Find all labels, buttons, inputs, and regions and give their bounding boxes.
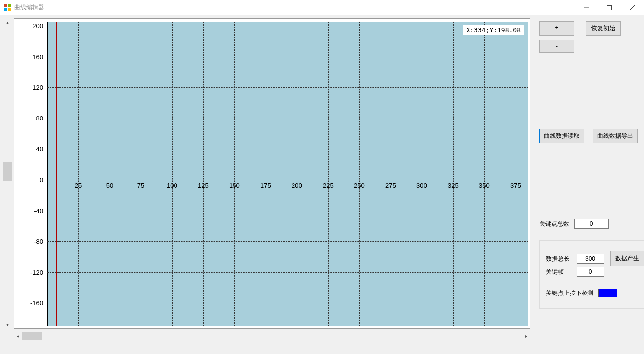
x-tick-label: 75	[137, 182, 144, 189]
hscroll-track[interactable]	[22, 332, 522, 340]
svg-rect-4	[607, 5, 612, 10]
y-tick-label: 200	[32, 22, 43, 29]
detect-color-swatch[interactable]	[598, 289, 617, 297]
y-tick-label: 120	[32, 84, 43, 91]
x-tick-label: 300	[416, 182, 427, 189]
app-icon	[3, 4, 11, 12]
cursor-line[interactable]	[56, 22, 57, 326]
y-tick-label: -80	[34, 238, 43, 245]
titlebar: 曲线编辑器	[0, 0, 644, 15]
x-tick-label: 275	[385, 182, 396, 189]
chart-canvas[interactable]: 2550751001251501752002252502753003253503…	[14, 18, 530, 329]
generate-button[interactable]: 数据产生	[610, 251, 644, 266]
reset-button[interactable]: 恢复初始	[586, 21, 621, 36]
right-panel: + 恢复初始 - 曲线数据读取 曲线数据导出 关键点总数 0	[530, 18, 644, 350]
x-tick-label: 225	[323, 182, 334, 189]
x-tick-label: 375	[510, 182, 521, 189]
x-tick-label: 350	[479, 182, 490, 189]
y-tick-label: 160	[32, 53, 43, 60]
y-tick-label: 0	[40, 176, 43, 183]
x-tick-label: 150	[229, 182, 240, 189]
window-buttons	[575, 0, 644, 15]
svg-rect-3	[8, 8, 11, 11]
x-tick-label: 125	[198, 182, 209, 189]
y-tick-label: -120	[30, 269, 43, 276]
scroll-left-icon[interactable]: ◂	[14, 332, 22, 340]
plot-area[interactable]: 2550751001251501752002252502753003253503…	[47, 22, 528, 326]
key-count-label: 关键点总数	[539, 220, 569, 228]
y-tick-label: 40	[36, 145, 43, 153]
y-tick-label: 80	[36, 115, 43, 122]
generate-group: 数据总长 关键帧 数据产生 关键点上按下检测	[539, 240, 644, 309]
vscroll-thumb[interactable]	[3, 162, 12, 181]
app-window: 曲线编辑器 ▴ ▾ 2550751001	[0, 0, 644, 354]
svg-rect-2	[4, 8, 7, 11]
scroll-right-icon[interactable]: ▸	[522, 332, 530, 340]
svg-rect-1	[8, 4, 11, 7]
minimize-button[interactable]	[575, 0, 598, 15]
key-press-detect-label: 关键点上按下检测	[546, 289, 593, 297]
y-tick-label: -160	[30, 299, 43, 307]
maximize-button[interactable]	[598, 0, 621, 15]
close-button[interactable]	[621, 0, 644, 15]
left-column: ▴ ▾ 255075100125150175200225250275300325…	[3, 18, 530, 350]
coord-readout: X:334;Y:198.08	[463, 25, 524, 35]
hscroll-thumb[interactable]	[22, 332, 42, 340]
y-tick-label: -40	[34, 207, 43, 214]
x-tick-label: 25	[75, 182, 82, 189]
zoom-in-button[interactable]: +	[539, 21, 574, 36]
data-length-label: 数据总长	[546, 255, 572, 263]
x-tick-label: 250	[354, 182, 365, 189]
scroll-down-icon[interactable]: ▾	[3, 320, 12, 329]
scroll-up-icon[interactable]: ▴	[3, 18, 12, 27]
window-title: 曲线编辑器	[14, 3, 575, 12]
key-frame-input[interactable]	[577, 267, 604, 277]
x-tick-label: 175	[260, 182, 271, 189]
key-frame-label: 关键帧	[546, 268, 572, 276]
load-curve-button[interactable]: 曲线数据读取	[539, 129, 584, 143]
zoom-out-button[interactable]: -	[539, 40, 574, 53]
key-count-value: 0	[574, 219, 609, 229]
export-curve-button[interactable]: 曲线数据导出	[593, 129, 638, 143]
vscroll-track[interactable]	[3, 27, 12, 320]
horizontal-scrollbar[interactable]: ◂ ▸	[14, 332, 530, 340]
vertical-scrollbar[interactable]: ▴ ▾	[3, 18, 12, 329]
x-tick-label: 50	[106, 182, 113, 189]
plot-row: ▴ ▾ 255075100125150175200225250275300325…	[3, 18, 530, 329]
x-tick-label: 100	[167, 182, 177, 189]
x-tick-label: 325	[448, 182, 459, 189]
x-tick-label: 200	[292, 182, 302, 189]
client-area: ▴ ▾ 255075100125150175200225250275300325…	[0, 15, 644, 354]
svg-rect-0	[4, 4, 7, 7]
data-length-input[interactable]	[577, 254, 604, 264]
